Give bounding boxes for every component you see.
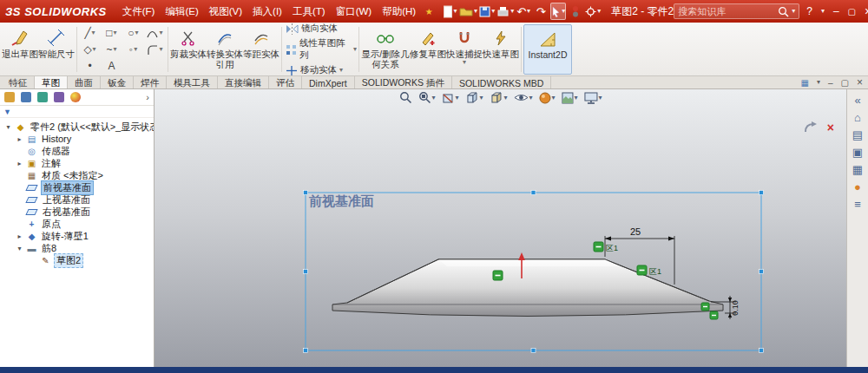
convert-entities-label: 转换实体引用 (207, 49, 243, 69)
expand-task-pane-icon[interactable]: « (854, 95, 860, 106)
tree-item-annotations[interactable]: ▸ ▣ 注解 (0, 157, 154, 169)
close-button[interactable]: × (865, 4, 868, 18)
tab-sw-addins[interactable]: SOLIDWORKS 插件 (355, 76, 452, 88)
maximize-button[interactable]: ▢ (848, 7, 856, 16)
tab-features[interactable]: 特征 (2, 76, 35, 88)
propertymanager-tab-icon[interactable] (21, 92, 31, 102)
exit-sketch-button[interactable]: 退出草图 (2, 24, 38, 75)
tab-mold-tools[interactable]: 模具工具 (167, 76, 218, 88)
ellipse-tool-button[interactable]: ◦▾ (122, 42, 144, 58)
tab-direct-editing[interactable]: 直接编辑 (218, 76, 269, 88)
linear-pattern-button[interactable]: 线性草图阵列 ▾ (286, 37, 357, 62)
save-button[interactable]: ▾ (479, 3, 495, 20)
help-button[interactable]: ? (806, 5, 812, 17)
offset-entities-button[interactable]: 等距实体 (243, 24, 279, 75)
solidworks-logo: ЗS SOLIDWORKS (5, 5, 107, 18)
redo-button[interactable]: ↷ (533, 3, 549, 20)
options-button[interactable]: ▾ (585, 3, 601, 20)
tree-caret-icon[interactable]: ▸ (16, 232, 23, 240)
spline-tool-button[interactable]: ~▾ (101, 42, 122, 58)
tree-caret-icon[interactable]: ▸ (16, 160, 23, 167)
select-button[interactable]: ▾ (550, 3, 566, 20)
menu-window[interactable]: 窗口(W) (331, 0, 378, 23)
tab-surfaces[interactable]: 曲面 (68, 76, 101, 88)
point-tool-button[interactable]: • (79, 58, 101, 75)
tree-item-right-plane[interactable]: 右视基准面 (0, 206, 154, 218)
line-tool-button[interactable]: ╱▾ (79, 25, 101, 42)
fillet-tool-button[interactable]: ▾ (144, 42, 166, 58)
tree-item-front-plane[interactable]: 前视基准面 (0, 181, 154, 193)
history-icon: ▤ (26, 134, 37, 144)
tree-item-origin[interactable]: + 原点 (0, 218, 154, 230)
design-library-icon[interactable]: ▤ (852, 129, 863, 141)
menu-view[interactable]: 视图(V) (204, 0, 247, 23)
tree-caret-icon[interactable]: ▾ (16, 245, 23, 252)
graphics-viewport[interactable]: ▾ ▾ ▾ ▾ ▾ ▾ ▾ (155, 89, 846, 367)
sketch-entities-grid: ╱▾ □▾ ○▾ ▾ ◇▾ ~▾ ◦▾ ▾ • A (79, 24, 166, 75)
featuremanager-tab-icon[interactable] (4, 92, 15, 102)
smart-dimension-button[interactable]: 智能尺寸 (38, 24, 75, 75)
menu-insert[interactable]: 插入(I) (247, 0, 287, 23)
doc-minimize-button[interactable]: – (828, 78, 833, 88)
circle-tool-button[interactable]: ○▾ (122, 25, 144, 42)
minimize-button[interactable]: – (833, 5, 839, 17)
open-button[interactable]: ▾ (459, 3, 477, 20)
tree-caret-icon[interactable]: ▾ (4, 123, 12, 131)
tree-root-part[interactable]: ▾ ◆ 零件2 (默认<<默认>_显示状态 1> (0, 121, 154, 133)
solidworks-resources-icon[interactable]: ⌂ (854, 112, 861, 123)
dimxpertmanager-tab-icon[interactable] (54, 92, 64, 102)
menu-edit[interactable]: 编辑(E) (160, 0, 203, 23)
tab-weldments[interactable]: 焊件 (134, 76, 167, 88)
tab-sheet-metal[interactable]: 钣金 (101, 76, 134, 88)
doc-tabs-icon[interactable]: ▦ (801, 78, 809, 88)
search-input[interactable] (678, 6, 775, 16)
display-relations-button[interactable]: 显示/删除几何关系 (361, 24, 410, 75)
rebuild-button[interactable] (568, 3, 583, 20)
custom-properties-icon[interactable]: ≡ (854, 199, 861, 210)
tree-caret-icon[interactable]: ▸ (16, 135, 23, 143)
tree-item-history[interactable]: ▸ ▤ History (0, 133, 154, 145)
rectangle-tool-button[interactable]: □▾ (101, 25, 122, 42)
quick-snaps-button[interactable]: 快速捕捉 ▾ (446, 24, 483, 75)
appearances-icon[interactable]: ● (854, 181, 861, 193)
tab-evaluate[interactable]: 评估 (269, 76, 302, 88)
search-box[interactable]: ▾ (674, 3, 799, 19)
configurationmanager-tab-icon[interactable] (37, 92, 48, 102)
polygon-tool-button[interactable]: ◇▾ (79, 42, 101, 58)
view-palette-icon[interactable]: ▦ (852, 164, 863, 175)
tab-sw-mbd[interactable]: SOLIDWORKS MBD (452, 76, 551, 88)
mirror-entities-button[interactable]: 镜向实体 (286, 23, 357, 35)
part-geometry[interactable] (332, 259, 723, 317)
ribbon-separator (521, 27, 522, 72)
displaymanager-tab-icon[interactable] (70, 92, 81, 102)
menu-tools[interactable]: 工具(T) (287, 0, 331, 23)
instant2d-button[interactable]: Instant2D (523, 24, 572, 75)
convert-entities-button[interactable]: 转换实体引用 (207, 24, 243, 75)
new-document-button[interactable]: ▾ (442, 3, 457, 20)
tree-item-revolve-thin1[interactable]: ▸ ◆ 旋转-薄壁1 (0, 230, 154, 242)
trim-entities-button[interactable]: 剪裁实体 (170, 24, 207, 75)
text-tool-button[interactable]: A (101, 58, 122, 75)
menu-file[interactable]: 文件(F) (117, 0, 161, 23)
doc-close-button[interactable]: × (857, 76, 863, 88)
filter-icon: ▼ (3, 108, 11, 116)
tab-dimxpert[interactable]: DimXpert (302, 76, 355, 88)
move-entities-button[interactable]: 移动实体 ▾ (286, 64, 357, 76)
tree-item-top-plane[interactable]: 上视基准面 (0, 193, 154, 206)
doc-restore-button[interactable]: ▢ (841, 78, 849, 88)
plane-name-label: 前视基准面 (308, 193, 374, 208)
tab-sketch[interactable]: 草图 (35, 76, 68, 88)
panel-expand-chevron-icon[interactable]: › (146, 92, 149, 102)
rapid-sketch-button[interactable]: 快速草图 (483, 24, 519, 75)
print-button[interactable]: ▾ (496, 3, 514, 20)
assistant-icon[interactable]: ★ (421, 3, 437, 20)
menu-help[interactable]: 帮助(H) (377, 0, 421, 23)
tree-item-sensors[interactable]: ◎ 传感器 (0, 145, 154, 157)
arc-tool-button[interactable]: ▾ (144, 25, 166, 42)
tree-item-sketch2[interactable]: ✎ 草图2 (0, 254, 154, 266)
model-canvas[interactable]: 25 0.10 区1 区1 (155, 89, 846, 367)
file-explorer-icon[interactable]: ▣ (852, 147, 863, 158)
repair-sketch-button[interactable]: 修复草图 (410, 24, 446, 75)
tree-filter-row[interactable]: ▼ (0, 106, 154, 118)
undo-button[interactable]: ↶ ▾ (516, 3, 531, 20)
